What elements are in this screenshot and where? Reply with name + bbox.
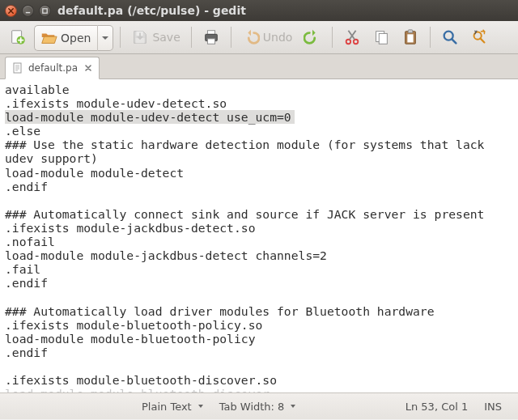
window-maximize-button[interactable] — [39, 5, 51, 17]
svg-rect-1 — [43, 8, 47, 12]
insert-mode-indicator[interactable]: INS — [476, 401, 510, 413]
paste-button[interactable] — [397, 24, 423, 50]
folder-open-icon — [40, 29, 57, 47]
chevron-down-icon — [102, 36, 108, 40]
toolbar-separator — [430, 27, 431, 48]
svg-rect-14 — [409, 30, 414, 33]
window-minimize-button[interactable] — [22, 5, 34, 17]
tab-label: default.pa — [28, 62, 78, 74]
redo-button[interactable] — [299, 24, 325, 50]
new-document-icon — [9, 28, 27, 46]
toolbar-separator — [120, 27, 121, 48]
save-icon — [131, 28, 149, 46]
open-button[interactable]: Open — [34, 25, 97, 51]
chevron-down-icon — [198, 405, 203, 408]
copy-icon — [372, 28, 390, 46]
chevron-down-icon — [291, 405, 295, 408]
scissors-icon — [343, 28, 361, 46]
open-button-group: Open — [34, 25, 113, 49]
find-replace-button[interactable] — [466, 24, 492, 50]
text-editor[interactable]: available .ifexists module-udev-detect.s… — [0, 79, 518, 393]
tab-bar: default.pa — [0, 54, 518, 79]
window-close-button[interactable] — [5, 5, 17, 17]
toolbar-separator — [191, 27, 192, 48]
redo-icon — [304, 28, 321, 46]
document-tab[interactable]: default.pa — [5, 57, 100, 79]
undo-icon — [242, 28, 260, 46]
svg-point-9 — [346, 40, 351, 45]
undo-button[interactable]: Undo — [238, 24, 297, 50]
title-bar: default.pa (/etc/pulse) - gedit — [0, 0, 518, 21]
print-button[interactable] — [198, 24, 224, 50]
find-replace-icon — [470, 28, 488, 46]
syntax-mode-selector[interactable]: Plain Text — [134, 401, 211, 413]
close-icon — [84, 64, 92, 72]
save-button-label: Save — [152, 31, 180, 44]
undo-button-label: Undo — [263, 31, 293, 44]
svg-rect-0 — [26, 11, 30, 12]
cursor-position: Ln 53, Col 1 — [397, 401, 476, 413]
toolbar-separator — [231, 27, 231, 48]
toolbar-separator — [332, 27, 333, 48]
svg-rect-18 — [14, 63, 21, 73]
save-button[interactable]: Save — [127, 24, 184, 50]
toolbar: Open Save — [0, 21, 518, 54]
svg-point-10 — [354, 40, 359, 45]
open-button-label: Open — [61, 32, 91, 45]
svg-rect-8 — [207, 39, 214, 44]
document-icon — [12, 62, 23, 74]
clipboard-icon — [401, 28, 419, 46]
new-document-button[interactable] — [5, 24, 31, 50]
svg-rect-6 — [207, 31, 214, 35]
cut-button[interactable] — [339, 24, 365, 50]
tab-width-label: Tab Width: 8 — [219, 401, 285, 413]
status-bar: Plain Text Tab Width: 8 Ln 53, Col 1 INS — [0, 393, 518, 419]
tab-width-selector[interactable]: Tab Width: 8 — [211, 401, 304, 413]
syntax-mode-label: Plain Text — [142, 401, 192, 413]
tab-close-button[interactable] — [83, 62, 94, 74]
open-recent-dropdown[interactable] — [97, 25, 113, 51]
window-title: default.pa (/etc/pulse) - gedit — [57, 4, 246, 17]
copy-button[interactable] — [368, 24, 394, 50]
search-icon — [441, 28, 459, 46]
svg-rect-15 — [408, 34, 414, 42]
editor-content: available .ifexists module-udev-detect.s… — [5, 83, 513, 393]
highlighted-line: load-module module-udev-detect use_ucm=0 — [5, 110, 295, 124]
svg-rect-12 — [380, 33, 388, 44]
find-button[interactable] — [437, 24, 463, 50]
printer-icon — [202, 28, 220, 46]
